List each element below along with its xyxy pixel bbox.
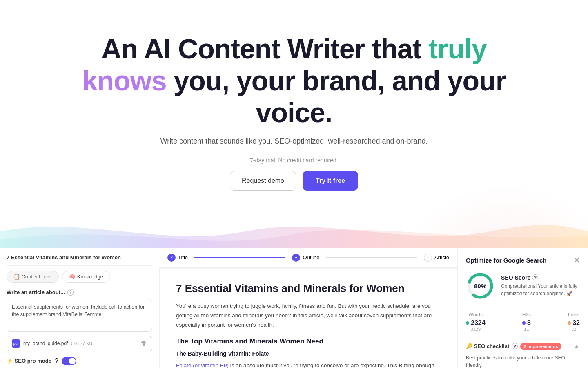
checklist-badge: 2 improvements bbox=[520, 343, 561, 350]
file-info: pdf my_brand_guide.pdf 556.77 KB bbox=[12, 339, 92, 348]
stat-dot-orange bbox=[568, 321, 571, 325]
stat-dot-green bbox=[466, 321, 469, 325]
article-h2-1: The Top Vitamins and Minerals Women Need bbox=[176, 337, 441, 346]
file-size: 556.77 KB bbox=[71, 341, 92, 346]
step-line-2 bbox=[326, 257, 417, 258]
hero-title: An AI Content Writer that truly knows yo… bbox=[69, 33, 519, 129]
stat-links: Links 32 32 bbox=[568, 312, 580, 332]
seo-donut-chart: 80% bbox=[466, 272, 494, 300]
article-title-bar: 7 Essential Vitamins and Minerals for Wo… bbox=[7, 254, 152, 266]
seo-score-label-text: SEO Score bbox=[501, 274, 530, 281]
write-textarea[interactable]: Essential supplements for women. Include… bbox=[7, 299, 152, 332]
article-h3-1: The Baby-Building Vitamin: Folate bbox=[176, 350, 441, 357]
pdf-icon: pdf bbox=[12, 339, 20, 348]
stat-dot-blue bbox=[522, 321, 526, 325]
step-outline-label: Outline bbox=[303, 254, 319, 260]
seo-checklist-title-text: 🔑 SEO checklist bbox=[466, 343, 509, 349]
left-panel: 7 Essential Vitamins and Minerals for Wo… bbox=[0, 248, 159, 368]
step-outline: ● Outline bbox=[292, 254, 319, 262]
article-body-2: Folate (or vitamin B9) is an absolute mu… bbox=[176, 361, 441, 368]
stat-words-value: 2324 bbox=[466, 319, 486, 327]
seo-mode-toggle[interactable] bbox=[62, 357, 76, 365]
seo-score-row: 80% SEO Score ? Congratulations! Your ar… bbox=[466, 272, 580, 300]
seo-score-label: SEO Score ? bbox=[501, 274, 580, 281]
donut-score-text: 80% bbox=[474, 282, 486, 289]
seo-score-info: SEO Score ? Congratulations! Your articl… bbox=[501, 274, 580, 297]
seo-mode-row: ⚡ SEO pro mode ? bbox=[7, 357, 152, 365]
stat-words-label: Words bbox=[466, 312, 486, 318]
stat-h2s-total: 11 bbox=[522, 327, 531, 332]
cta-buttons: Request demo Try it free bbox=[8, 171, 580, 191]
step-done-icon: ✓ bbox=[167, 254, 176, 262]
stat-links-label: Links bbox=[568, 312, 580, 318]
try-it-free-button[interactable]: Try it free bbox=[303, 171, 358, 191]
step-title-label: Title bbox=[178, 254, 188, 260]
stat-h2s-value: 8 bbox=[522, 319, 531, 327]
stat-h2s: H2s 8 11 bbox=[522, 312, 531, 332]
stat-links-value: 32 bbox=[568, 319, 580, 327]
content-brief-tab[interactable]: 📋 Content brief bbox=[7, 271, 59, 283]
stat-words-num: 2324 bbox=[471, 319, 486, 327]
seo-panel-title: Optimize for Google Search ✕ bbox=[466, 256, 580, 265]
progress-bar: ✓ Title ● Outline ○ Article bbox=[159, 248, 457, 268]
seo-score-desc: Congratulations! Your article is fully o… bbox=[501, 283, 580, 297]
trial-text: 7-day trial. No credit card required. bbox=[8, 157, 580, 164]
checklist-desc: Best practices to make your article more… bbox=[466, 354, 580, 368]
write-label-text: Write an article about... bbox=[7, 289, 65, 295]
hero-title-part1: An AI Content Writer that bbox=[101, 33, 428, 64]
seo-score-help-icon[interactable]: ? bbox=[532, 274, 538, 280]
article-h1: 7 Essential Vitamins and Minerals for Wo… bbox=[176, 282, 441, 296]
seo-panel: Optimize for Google Search ✕ 80% SEO Sco… bbox=[457, 248, 588, 368]
seo-mode-label: ⚡ SEO pro mode bbox=[7, 358, 51, 364]
seo-checklist-title: 🔑 SEO checklist ? 2 improvements bbox=[466, 343, 561, 350]
knowledge-tab[interactable]: 🧠 Knowledge bbox=[62, 271, 110, 283]
stat-words: Words 2324 3129 bbox=[466, 312, 486, 332]
stat-h2s-label: H2s bbox=[522, 312, 531, 318]
step-active-icon: ● bbox=[292, 254, 300, 262]
write-placeholder-text: Essential supplements for women. Include… bbox=[12, 304, 145, 318]
hero-title-truly: truly bbox=[428, 33, 486, 64]
stat-h2s-num: 8 bbox=[527, 319, 531, 327]
stat-links-total: 32 bbox=[568, 327, 580, 332]
seo-panel-title-text: Optimize for Google Search bbox=[466, 257, 547, 264]
hero-section: An AI Content Writer that truly knows yo… bbox=[0, 0, 588, 191]
step-line-1 bbox=[194, 257, 285, 258]
checklist-desc-text: Best practices to make your article more… bbox=[466, 355, 565, 368]
step-title: ✓ Title bbox=[167, 254, 188, 262]
tab-buttons: 📋 Content brief 🧠 Knowledge bbox=[7, 271, 152, 283]
checklist-help-icon[interactable]: ? bbox=[512, 343, 518, 349]
article-link[interactable]: Folate (or vitamin B9) bbox=[176, 362, 229, 368]
hero-title-knows: knows bbox=[82, 65, 167, 96]
write-help-icon[interactable]: ? bbox=[67, 289, 74, 296]
stat-links-num: 32 bbox=[572, 319, 580, 327]
stat-words-total: 3129 bbox=[466, 327, 486, 332]
request-demo-button[interactable]: Request demo bbox=[230, 171, 296, 191]
delete-file-button[interactable]: 🗑 bbox=[140, 340, 147, 347]
write-label: Write an article about... ? bbox=[7, 289, 152, 296]
seo-help-icon[interactable]: ? bbox=[55, 357, 58, 365]
bottom-ui: 7 Essential Vitamins and Minerals for Wo… bbox=[0, 248, 588, 368]
file-attachment: pdf my_brand_guide.pdf 556.77 KB 🗑 bbox=[7, 336, 152, 351]
seo-checklist-header: 🔑 SEO checklist ? 2 improvements ▲ bbox=[466, 343, 580, 350]
hero-title-part2: you, your brand, and your voice. bbox=[166, 65, 506, 128]
step-article-label: Article bbox=[434, 254, 449, 260]
seo-panel-close-button[interactable]: ✕ bbox=[574, 256, 580, 265]
stats-row: Words 2324 3129 H2s 8 11 Links 3 bbox=[466, 307, 580, 337]
step-article: ○ Article bbox=[424, 254, 449, 262]
main-content: 7 Essential Vitamins and Minerals for Wo… bbox=[159, 269, 457, 368]
checklist-chevron-up-icon[interactable]: ▲ bbox=[573, 343, 580, 350]
file-name: my_brand_guide.pdf bbox=[23, 341, 68, 346]
step-inactive-icon: ○ bbox=[424, 254, 432, 262]
hero-subtitle: Write content that sounds like you. SEO-… bbox=[8, 137, 580, 146]
article-body-1: You're a busy woman trying to juggle wor… bbox=[176, 302, 441, 330]
